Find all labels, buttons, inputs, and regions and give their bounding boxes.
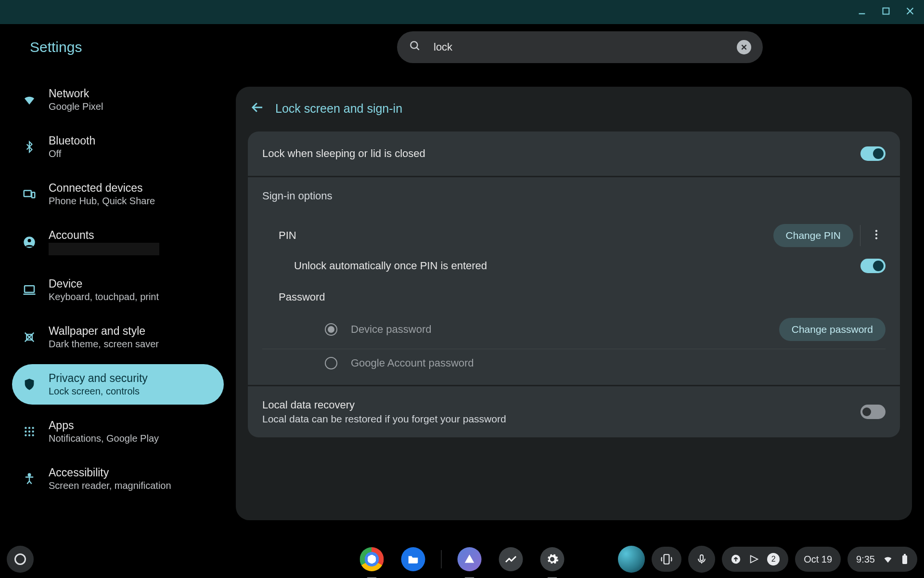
change-pin-button[interactable]: Change PIN: [773, 224, 853, 247]
more-options-button[interactable]: [867, 225, 886, 246]
phone-hub-button[interactable]: [652, 547, 681, 572]
devices-icon: [22, 186, 37, 202]
radio-icon[interactable]: [325, 357, 337, 369]
close-icon[interactable]: [905, 6, 915, 19]
apps-grid-icon: [22, 424, 37, 439]
svg-point-11: [28, 239, 31, 242]
wifi-icon: [883, 554, 893, 565]
sidebar-item-sublabel: [49, 243, 159, 255]
svg-point-20: [32, 431, 34, 433]
svg-point-28: [875, 237, 877, 239]
svg-point-22: [28, 434, 30, 436]
sidebar-item-sublabel: Screen reader, magnification: [49, 480, 171, 491]
battery-icon: [901, 553, 909, 565]
clear-search-button[interactable]: [737, 40, 751, 54]
sidebar-item-label: Network: [49, 87, 103, 100]
back-button[interactable]: [250, 100, 265, 117]
sidebar-item-sublabel: Keyboard, touchpad, print: [49, 291, 159, 302]
notifications-tray[interactable]: 2: [722, 547, 788, 572]
pin-label: PIN: [279, 229, 296, 242]
sidebar-item-accounts[interactable]: Accounts: [12, 221, 224, 263]
account-icon: [22, 235, 37, 250]
svg-rect-29: [664, 554, 669, 564]
sidebar-item-label: Device: [49, 277, 159, 290]
divider: [860, 225, 860, 246]
sidebar-item-sublabel: Notifications, Google Play: [49, 433, 159, 444]
signin-options-heading: Sign-in options: [262, 190, 886, 202]
svg-rect-32: [902, 555, 907, 564]
sidebar-item-label: Bluetooth: [49, 134, 95, 147]
sidebar-item-network[interactable]: Network Google Pixel: [12, 79, 224, 120]
sidebar-item-label: Accessibility: [49, 466, 171, 479]
password-option-google[interactable]: Google Account password: [262, 349, 886, 372]
sidebar-item-wallpaper[interactable]: Wallpaper and style Dark theme, screen s…: [12, 317, 224, 357]
sidebar-item-sublabel: Lock screen, controls: [49, 386, 148, 397]
svg-rect-8: [24, 191, 31, 197]
sidebar-item-sublabel: Phone Hub, Quick Share: [49, 196, 155, 207]
recovery-sub: Local data can be restored if you forget…: [262, 413, 506, 425]
svg-rect-30: [700, 555, 703, 561]
radio-icon[interactable]: [325, 323, 337, 336]
minimize-icon[interactable]: [857, 6, 867, 19]
chrome-icon: [360, 547, 384, 571]
svg-point-17: [32, 427, 34, 429]
lock-sleep-toggle[interactable]: [860, 146, 886, 161]
recovery-title: Local data recovery: [262, 399, 506, 411]
palette-icon: [22, 329, 37, 345]
shelf-app-files[interactable]: [400, 546, 427, 573]
shelf-time: 9:35: [856, 554, 875, 565]
password-heading: Password: [262, 291, 886, 303]
shelf-date: Oct 19: [804, 554, 832, 565]
sidebar-item-sublabel: Off: [49, 148, 95, 159]
maximize-icon[interactable]: [881, 6, 891, 19]
shelf-app-settings[interactable]: [539, 546, 566, 573]
search-icon: [409, 39, 421, 54]
shelf-app-gallery[interactable]: [456, 546, 483, 573]
launcher-button[interactable]: [7, 546, 34, 573]
password-option-device[interactable]: Device password Change password: [262, 310, 886, 349]
svg-line-5: [416, 47, 419, 50]
gallery-icon: [458, 547, 482, 571]
svg-point-27: [875, 233, 877, 235]
sidebar-item-connected-devices[interactable]: Connected devices Phone Hub, Quick Share: [12, 174, 224, 214]
sidebar-item-label: Privacy and security: [49, 372, 148, 385]
files-icon: [401, 547, 425, 571]
svg-point-16: [28, 427, 30, 429]
svg-rect-1: [883, 8, 889, 14]
sidebar-item-label: Wallpaper and style: [49, 325, 159, 338]
sidebar-item-sublabel: Google Pixel: [49, 101, 103, 112]
password-option-label: Device password: [351, 323, 432, 336]
auto-unlock-toggle[interactable]: [860, 259, 886, 273]
calendar-tray[interactable]: Oct 19: [795, 547, 841, 572]
holding-space-button[interactable]: [618, 546, 645, 573]
sidebar-item-label: Connected devices: [49, 182, 155, 195]
sidebar-item-sublabel: Dark theme, screen saver: [49, 339, 159, 350]
search-input[interactable]: [434, 41, 724, 53]
shelf-app-chrome[interactable]: [359, 546, 385, 573]
dictation-button[interactable]: [688, 546, 715, 573]
status-tray[interactable]: 9:35: [847, 547, 917, 572]
sidebar-item-apps[interactable]: Apps Notifications, Google Play: [12, 411, 224, 452]
shelf-app-diagnostics[interactable]: [498, 546, 525, 573]
svg-point-18: [25, 431, 26, 433]
sidebar-item-device[interactable]: Device Keyboard, touchpad, print: [12, 270, 224, 310]
notification-count-badge: 2: [767, 553, 780, 565]
svg-point-19: [28, 431, 30, 433]
settings-panel: Lock screen and sign-in Lock when sleepi…: [236, 87, 912, 520]
svg-rect-9: [32, 192, 35, 197]
search-field[interactable]: [397, 31, 763, 63]
sidebar-item-privacy-security[interactable]: Privacy and security Lock screen, contro…: [12, 364, 224, 405]
shield-icon: [22, 377, 37, 392]
app-header: Settings: [0, 24, 924, 70]
window-titlebar: [0, 0, 924, 24]
launcher-icon: [14, 553, 26, 565]
change-password-button[interactable]: Change password: [779, 318, 886, 341]
settings-sidebar: Network Google Pixel Bluetooth Off Conne…: [0, 70, 236, 527]
gear-icon: [540, 547, 565, 571]
sidebar-item-label: Apps: [49, 419, 159, 432]
svg-point-23: [32, 434, 34, 436]
recovery-toggle[interactable]: [860, 405, 886, 419]
sidebar-item-accessibility[interactable]: Accessibility Screen reader, magnificati…: [12, 459, 224, 499]
sidebar-item-label: Accounts: [49, 229, 159, 242]
sidebar-item-bluetooth[interactable]: Bluetooth Off: [12, 127, 224, 167]
